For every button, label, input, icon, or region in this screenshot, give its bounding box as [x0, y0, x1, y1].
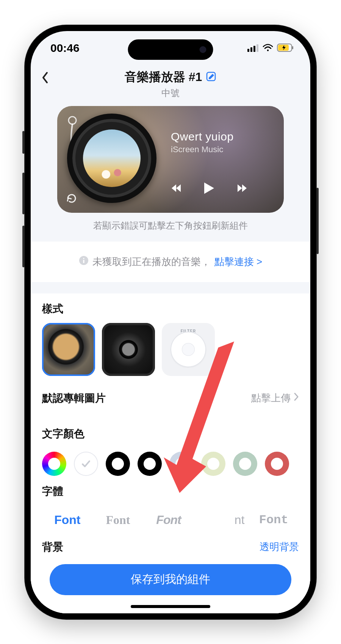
save-button-label: 保存到我的組件 [131, 572, 210, 587]
previous-icon[interactable] [171, 183, 181, 195]
color-swatch[interactable] [233, 452, 257, 476]
svg-point-9 [69, 117, 76, 124]
track-info: Qwert yuiop iScreen Music [171, 130, 234, 154]
track-subtitle: iScreen Music [171, 145, 234, 154]
notice-link[interactable]: 點擊連接 > [214, 255, 262, 268]
font-option[interactable]: Font [143, 510, 194, 530]
upload-action-text: 點擊上傳 [251, 391, 291, 405]
font-row: Font Font Font nt Font [31, 508, 310, 530]
side-button [22, 173, 25, 214]
album-image-row[interactable]: 默認專輯圖片 點擊上傳 [31, 378, 310, 418]
style-option-turntable[interactable] [102, 323, 155, 376]
side-button [22, 226, 25, 267]
home-indicator[interactable] [131, 605, 210, 608]
svg-rect-12 [83, 260, 84, 263]
side-button [316, 188, 319, 254]
page-subtitle: 中號 [161, 87, 180, 99]
svg-point-4 [267, 49, 269, 51]
wifi-icon [263, 42, 273, 55]
svg-rect-3 [257, 44, 258, 52]
album-art [83, 129, 141, 187]
svg-rect-6 [292, 46, 293, 49]
style-option-vinyl[interactable] [42, 323, 95, 376]
cellular-icon [247, 42, 259, 55]
color-picker-rainbow[interactable] [42, 452, 66, 476]
svg-rect-11 [83, 258, 84, 259]
color-swatch[interactable] [138, 452, 162, 476]
color-swatch[interactable] [169, 452, 194, 476]
edit-icon[interactable] [206, 71, 216, 83]
preview-hint: 若顯示錯誤可點擊左下角按鈕刷新組件 [31, 213, 310, 242]
vinyl-record [67, 114, 156, 203]
svg-rect-0 [247, 49, 249, 52]
info-icon [79, 256, 89, 268]
section-title-color: 文字顏色 [42, 427, 299, 441]
phone-frame: 00:46 音樂播放器 #1 [25, 25, 316, 619]
album-image-label: 默認專輯圖片 [42, 391, 106, 405]
style-option-ipod[interactable]: FILTER [162, 323, 215, 376]
section-title-font: 字體 [42, 484, 299, 499]
check-icon [74, 452, 98, 476]
color-swatch[interactable] [201, 452, 225, 476]
svg-rect-2 [253, 46, 255, 52]
page-title: 音樂播放器 #1 [125, 69, 202, 86]
font-option[interactable]: Font [248, 510, 299, 530]
battery-icon [277, 42, 294, 55]
refresh-button[interactable] [66, 192, 78, 206]
font-option[interactable]: Font [42, 510, 93, 530]
style-section: 樣式 FILTER [31, 293, 310, 378]
track-title: Qwert yuiop [171, 130, 234, 143]
play-icon[interactable] [203, 182, 215, 196]
notice-banner[interactable]: 未獲取到正在播放的音樂，點擊連接 > [31, 242, 310, 282]
color-swatch[interactable] [106, 452, 130, 476]
ipod-wheel [170, 332, 206, 367]
section-title-background: 背景 [42, 540, 63, 554]
color-row [31, 450, 310, 476]
font-section: 字體 [31, 476, 310, 508]
color-swatch-white[interactable] [74, 452, 98, 476]
status-time: 00:46 [50, 42, 80, 55]
svg-rect-1 [250, 47, 252, 52]
back-button[interactable] [41, 69, 56, 86]
text-color-section: 文字顏色 [31, 418, 310, 450]
next-icon[interactable] [237, 183, 247, 195]
dynamic-island [128, 39, 213, 60]
save-button[interactable]: 保存到我的組件 [50, 564, 291, 595]
side-button [22, 131, 25, 154]
color-swatch[interactable] [265, 452, 289, 476]
screen: 00:46 音樂播放器 #1 [31, 31, 310, 613]
transparent-bg-link[interactable]: 透明背景 [260, 540, 299, 554]
background-header: 背景 透明背景 [31, 530, 310, 558]
font-option[interactable]: Font [93, 510, 144, 530]
chevron-right-icon [294, 392, 299, 404]
section-title-style: 樣式 [42, 302, 299, 316]
page-header: 音樂播放器 #1 中號 [31, 65, 310, 106]
widget-preview: Qwert yuiop iScreen Music [57, 106, 284, 213]
font-option[interactable]: nt [194, 510, 249, 530]
notice-text: 未獲取到正在播放的音樂， [92, 255, 211, 268]
